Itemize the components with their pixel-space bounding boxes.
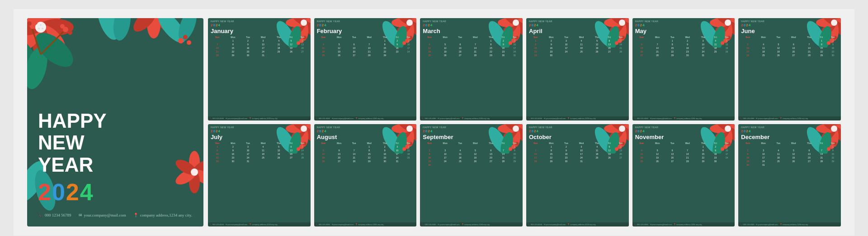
month-footer-phone: 📞 000-123-4566 <box>528 223 542 226</box>
month-name: November <box>635 134 732 140</box>
svg-point-31 <box>130 18 160 35</box>
month-footer: 📞 000-123-4566 ✉ yourcompany@mail.com 📍 … <box>420 222 523 226</box>
month-name: December <box>741 134 838 140</box>
month-year-mini: 2024 <box>423 23 520 27</box>
svg-point-4 <box>33 26 49 60</box>
svg-point-9 <box>37 24 44 31</box>
month-footer-address: 📍 company address,1234 any city. <box>674 223 702 226</box>
month-header: HAPPY NEW YEAR 2024 June <box>738 18 841 35</box>
month-happy-text: HAPPY NEW YEAR <box>529 126 626 129</box>
month-happy-text: HAPPY NEW YEAR <box>635 126 732 129</box>
month-footer-phone: 📞 000-123-4566 <box>634 223 648 226</box>
cover-email: your.company@mail.com <box>84 213 126 217</box>
month-footer: 📞 000-123-4566 ✉ yourcompany@mail.com 📍 … <box>314 222 417 226</box>
cal-table: SunMonTueWedThuFriSat1234567891011121314… <box>314 141 417 222</box>
month-happy-text: HAPPY NEW YEAR <box>741 20 838 23</box>
year-digit-2b: 2 <box>66 180 79 204</box>
svg-point-40 <box>178 38 184 43</box>
month-header: HAPPY NEW YEAR 2024 May <box>632 18 735 35</box>
svg-point-7 <box>27 18 47 34</box>
cal-table: SunMonTueWedThuFriSat1234567891011121314… <box>738 141 841 222</box>
month-footer: 📞 000-123-4566 ✉ yourcompany@mail.com 📍 … <box>738 222 841 226</box>
month-name: July <box>211 134 308 140</box>
month-footer-phone: 📞 000-123-4566 <box>316 223 330 226</box>
svg-point-8 <box>35 22 46 33</box>
month-card-august: HAPPY NEW YEAR 2024 August SunMonTueWedT… <box>314 124 417 226</box>
svg-point-22 <box>27 21 32 26</box>
month-happy-text: HAPPY NEW YEAR <box>635 20 732 23</box>
month-card-march: HAPPY NEW YEAR 2024 March SunMonTueWedTh… <box>420 18 523 120</box>
cal-table: SunMonTueWedThuFriSat1234567891011121314… <box>208 35 311 116</box>
month-year-mini: 2024 <box>635 23 732 27</box>
svg-point-0 <box>33 18 49 29</box>
month-footer-email: ✉ yourcompany@mail.com <box>650 223 672 226</box>
month-footer-phone: 📞 000-123-4566 <box>740 223 754 226</box>
cal-table: SunMonTueWedThuFriSat1234567891011121314… <box>526 141 629 222</box>
svg-point-6 <box>27 19 42 35</box>
month-footer-phone: 📞 000-123-4566 <box>210 223 224 226</box>
month-footer-address: 📍 company address,1234 any city. <box>355 223 384 226</box>
month-name: October <box>529 134 626 140</box>
svg-point-38 <box>153 18 190 47</box>
svg-point-25 <box>111 18 133 42</box>
svg-point-18 <box>63 27 68 32</box>
month-footer: 📞 000-123-4566 ✉ yourcompany@mail.com 📍 … <box>632 222 735 226</box>
month-footer: 📞 000-123-4566 ✉ yourcompany@mail.com 📍 … <box>208 222 311 226</box>
month-footer-address: 📍 company address,1234 any city. <box>780 117 808 120</box>
cover-phone: 000 1234 56789 <box>45 213 71 217</box>
month-year-mini: 2024 <box>211 23 308 27</box>
month-card-november: HAPPY NEW YEAR 2024 November SunMonTueWe… <box>632 124 735 226</box>
svg-point-2 <box>39 19 74 35</box>
cal-table: SunMonTueWedThuFriSat1234567891011121314… <box>632 35 735 116</box>
month-footer: 📞 000-123-4566 ✉ yourcompany@mail.com 📍 … <box>738 116 841 120</box>
svg-point-23 <box>33 20 38 25</box>
month-header: HAPPY NEW YEAR 2024 April <box>526 18 629 35</box>
svg-line-17 <box>32 27 41 54</box>
month-header: HAPPY NEW YEAR 2024 March <box>420 18 523 35</box>
svg-point-21 <box>30 24 35 29</box>
month-happy-text: HAPPY NEW YEAR <box>741 126 838 129</box>
svg-point-24 <box>93 18 124 43</box>
month-header: HAPPY NEW YEAR 2024 January <box>208 18 311 35</box>
month-footer-address: 📍 company address,1234 any city. <box>674 117 702 120</box>
month-name: June <box>741 28 838 34</box>
month-footer-address: 📍 company address,1234 any city. <box>567 223 596 226</box>
svg-point-11 <box>42 28 43 29</box>
cover-footer: 📞 000 1234 56789 ✉ your.company@mail.com… <box>38 213 193 217</box>
month-footer: 📞 000-123-4566 ✉ yourcompany@mail.com 📍 … <box>314 116 417 120</box>
month-footer-email: ✉ yourcompany@mail.com <box>332 223 354 226</box>
svg-point-19 <box>68 30 72 35</box>
month-header: HAPPY NEW YEAR 2024 November <box>632 124 735 141</box>
month-card-april: HAPPY NEW YEAR 2024 April SunMonTueWedTh… <box>526 18 629 120</box>
month-year-mini: 2024 <box>423 129 520 133</box>
month-footer-address: 📍 company address,1234 any city. <box>355 117 384 120</box>
month-happy-text: HAPPY NEW YEAR <box>317 20 414 23</box>
month-footer: 📞 000-123-4566 ✉ yourcompany@mail.com 📍 … <box>420 116 523 120</box>
month-footer-phone: 📞 000-123-4566 <box>422 117 436 120</box>
month-year-mini: 2024 <box>741 129 838 133</box>
month-happy-text: HAPPY NEW YEAR <box>211 20 308 23</box>
month-card-february: HAPPY NEW YEAR 2024 February SunMonTueWe… <box>314 18 417 120</box>
month-footer: 📞 000-123-4566 ✉ yourcompany@mail.com 📍 … <box>632 116 735 120</box>
month-footer-email: ✉ yourcompany@mail.com <box>226 117 247 120</box>
year-digit-0: 0 <box>52 180 65 204</box>
month-footer-address: 📍 company address,1234 any city. <box>462 223 490 226</box>
svg-point-1 <box>34 18 70 34</box>
month-footer-phone: 📞 000-123-4566 <box>528 117 542 120</box>
cal-table: SunMonTueWedThuFriSat1234567891011121314… <box>208 141 311 222</box>
month-year-mini: 2024 <box>635 129 732 133</box>
month-card-december: HAPPY NEW YEAR 2024 December SunMonTueWe… <box>738 124 841 226</box>
svg-point-15 <box>30 27 79 73</box>
months-grid: HAPPY NEW YEAR 2024 January SunMonTueWed… <box>208 18 841 226</box>
month-footer-phone: 📞 000-123-4566 <box>422 223 436 226</box>
month-happy-text: HAPPY NEW YEAR <box>317 126 414 129</box>
month-header: HAPPY NEW YEAR 2024 December <box>738 124 841 141</box>
month-footer-address: 📍 company address,1234 any city. <box>567 117 596 120</box>
month-header: HAPPY NEW YEAR 2024 October <box>526 124 629 141</box>
phone-icon: 📞 <box>38 213 43 217</box>
svg-point-30 <box>147 18 160 39</box>
location-icon: 📍 <box>133 213 138 217</box>
month-footer: 📞 000-123-4566 ✉ yourcompany@mail.com 📍 … <box>208 116 311 120</box>
month-footer-email: ✉ yourcompany@mail.com <box>226 223 247 226</box>
year-digit-4: 4 <box>80 180 93 204</box>
